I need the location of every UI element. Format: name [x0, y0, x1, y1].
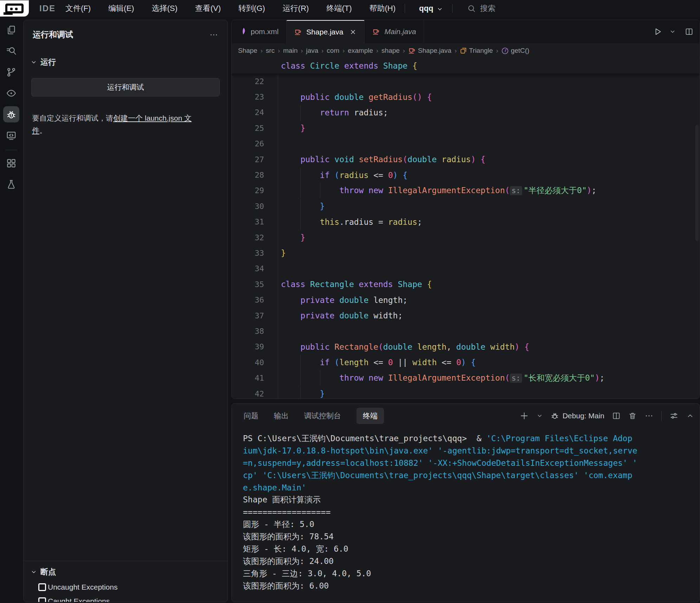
- code-editor[interactable]: class Circle extends Shape { 2223 public…: [232, 58, 700, 399]
- menu-item-0[interactable]: 文件(F): [65, 3, 91, 14]
- java-icon: [294, 28, 302, 36]
- code-token: ): [393, 171, 398, 180]
- menu-item-6[interactable]: 终端(T): [326, 3, 352, 14]
- menu-item-2[interactable]: 选择(S): [152, 3, 177, 14]
- menu-item-5[interactable]: 运行(R): [283, 3, 309, 14]
- activity-item-eye-ai[interactable]: [3, 85, 19, 101]
- code-token: width: [373, 311, 398, 320]
- terminal-output[interactable]: PS C:\Users\王泯钧\Documents\trae_projects\…: [232, 428, 700, 592]
- editor-actions: [653, 20, 693, 43]
- code-line[interactable]: 32 }: [232, 230, 700, 245]
- sticky-scroll-line[interactable]: class Circle extends Shape {: [232, 58, 700, 74]
- activity-item-test-flask[interactable]: [3, 176, 19, 192]
- code-line[interactable]: 27 public void setRadius(double radius) …: [232, 152, 700, 167]
- checkbox-unchecked[interactable]: [38, 583, 46, 591]
- code-line[interactable]: 30 }: [232, 198, 700, 214]
- panel-tab-问题[interactable]: 问题: [244, 411, 258, 421]
- tab-label: pom.xml: [251, 27, 278, 36]
- code-token: class: [281, 61, 305, 70]
- code-line[interactable]: 40 if (length <= 0 || width <= 0) {: [232, 355, 700, 370]
- activity-item-extensions[interactable]: [3, 155, 19, 171]
- breadcrumb-item-Triangle[interactable]: Triangle: [460, 47, 493, 55]
- code-line[interactable]: 41 throw new IllegalArgumentException(s:…: [232, 370, 700, 386]
- global-search[interactable]: 搜索: [467, 3, 495, 14]
- menu-item-7[interactable]: 帮助(H): [370, 3, 396, 14]
- activity-item-remote-code[interactable]: [3, 127, 19, 144]
- code-token: double: [407, 155, 437, 164]
- breadcrumb-item-com[interactable]: com: [327, 47, 339, 55]
- code-line[interactable]: 33}: [232, 245, 700, 261]
- panel-tab-终端[interactable]: 终端: [357, 408, 384, 424]
- code-line[interactable]: 36 private double length;: [232, 292, 700, 307]
- panel-tab-输出[interactable]: 输出: [274, 411, 289, 421]
- app-label: IDE: [39, 4, 56, 13]
- code-line[interactable]: 22: [232, 74, 700, 89]
- code-token: [412, 342, 417, 351]
- kill-terminal-button[interactable]: [628, 412, 637, 420]
- new-terminal-button[interactable]: [520, 411, 529, 420]
- code-line[interactable]: 28 if (radius <= 0) {: [232, 167, 700, 183]
- checkbox-unchecked[interactable]: [38, 597, 46, 602]
- menu-item-1[interactable]: 编辑(E): [108, 3, 134, 14]
- editor-tab-Shape.java[interactable]: Shape.java: [287, 20, 365, 43]
- editor-tab-pom.xml[interactable]: pom.xml: [233, 20, 287, 43]
- code-line[interactable]: 37 private double width;: [232, 308, 700, 323]
- app-logo[interactable]: [0, 0, 29, 17]
- code-line[interactable]: 23 public double getRadius() {: [232, 89, 700, 104]
- code-line[interactable]: 42 }: [232, 386, 700, 399]
- editor-scrollbar[interactable]: [695, 125, 699, 241]
- breadcrumb-item-java[interactable]: java: [306, 47, 318, 55]
- activity-item-search[interactable]: [3, 43, 19, 59]
- menu-item-4[interactable]: 转到(G): [238, 3, 265, 14]
- breadcrumb-item-Shape.java[interactable]: Shape.java: [408, 47, 451, 55]
- debug-session[interactable]: Debug: Main: [551, 412, 604, 420]
- code-line[interactable]: 34: [232, 261, 700, 277]
- activity-item-files[interactable]: [3, 22, 19, 38]
- chevron-down-icon[interactable]: [669, 28, 676, 35]
- terminal-line: 矩形 - 长: 4.0, 宽: 6.0: [243, 543, 700, 555]
- breadcrumb-item-main[interactable]: main: [283, 47, 297, 55]
- run-section-header[interactable]: 运行: [24, 40, 227, 68]
- code-line[interactable]: 29 throw new IllegalArgumentException(s:…: [232, 183, 700, 198]
- more-actions-icon[interactable]: [209, 30, 218, 39]
- code-line[interactable]: 26: [232, 136, 700, 152]
- chevron-down-icon[interactable]: [537, 413, 543, 419]
- workbench: IDE 文件(F)编辑(E)选择(S)查看(V)转到(G)运行(R)终端(T)帮…: [0, 0, 700, 603]
- activity-item-source-control[interactable]: [3, 64, 19, 80]
- split-editor-button[interactable]: [685, 27, 693, 36]
- breadcrumb-item-example[interactable]: example: [348, 47, 373, 55]
- maximize-panel-button[interactable]: [686, 412, 694, 420]
- code-line[interactable]: 35class Rectangle extends Shape {: [232, 277, 700, 292]
- code-line[interactable]: 31 this.radius = radius;: [232, 214, 700, 230]
- code-token: }: [320, 202, 325, 211]
- breadcrumb-item-getC()[interactable]: fgetC(): [501, 47, 529, 55]
- code-line[interactable]: 24 return radius;: [232, 105, 700, 120]
- close-icon[interactable]: [349, 28, 357, 36]
- split-terminal-button[interactable]: [612, 412, 621, 420]
- panel-tab-调试控制台[interactable]: 调试控制台: [304, 411, 341, 421]
- code-token: [368, 358, 373, 367]
- more-actions-icon[interactable]: [644, 411, 654, 420]
- code-token: "长和宽必须大于0": [524, 373, 595, 382]
- terminal-settings-icon[interactable]: [669, 411, 679, 420]
- code-token: =: [378, 217, 383, 227]
- editor-tab-Main.java[interactable]: Main.java: [365, 20, 424, 43]
- code-token: [349, 108, 354, 117]
- run-file-button[interactable]: [653, 27, 662, 36]
- code-line[interactable]: 25 }: [232, 120, 700, 136]
- breadcrumb-label: Shape.java: [418, 47, 451, 55]
- activity-item-debug[interactable]: [3, 106, 19, 122]
- code-token: IllegalArgumentException: [388, 373, 505, 382]
- run-and-debug-button[interactable]: 运行和调试: [31, 78, 220, 96]
- breadcrumb-item-src[interactable]: src: [266, 47, 275, 55]
- line-number: 36: [232, 296, 264, 304]
- project-switcher[interactable]: qqq: [419, 4, 443, 13]
- breadcrumb-item-Shape[interactable]: Shape: [238, 47, 257, 55]
- line-number: 29: [232, 186, 264, 195]
- code-line[interactable]: 38: [232, 323, 700, 339]
- code-token: ): [471, 155, 476, 164]
- breakpoints-header[interactable]: 断点: [24, 561, 227, 577]
- breadcrumb-item-shape[interactable]: shape: [381, 47, 400, 55]
- code-line[interactable]: 39 public Rectangle(double length, doubl…: [232, 339, 700, 355]
- menu-item-3[interactable]: 查看(V): [195, 3, 221, 14]
